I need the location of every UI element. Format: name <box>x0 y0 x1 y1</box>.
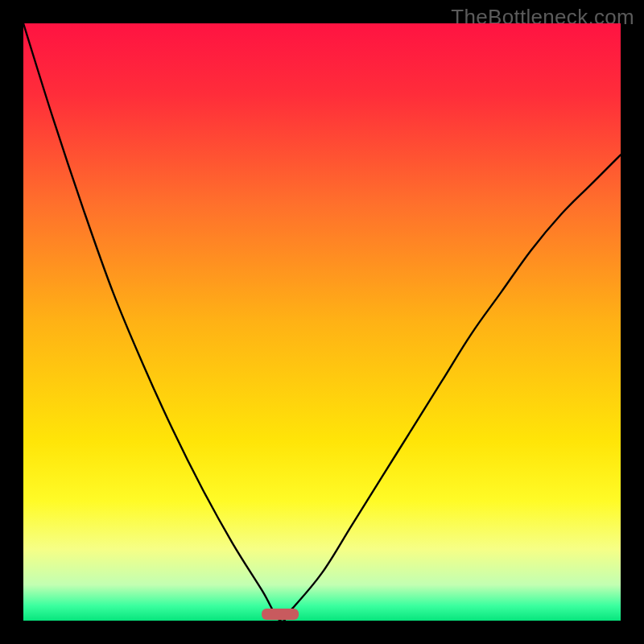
optimal-marker <box>262 609 299 620</box>
outer-frame: TheBottleneck.com <box>0 0 644 644</box>
chart-background <box>23 23 621 621</box>
chart-plot-area <box>23 23 621 621</box>
chart-svg <box>23 23 621 621</box>
